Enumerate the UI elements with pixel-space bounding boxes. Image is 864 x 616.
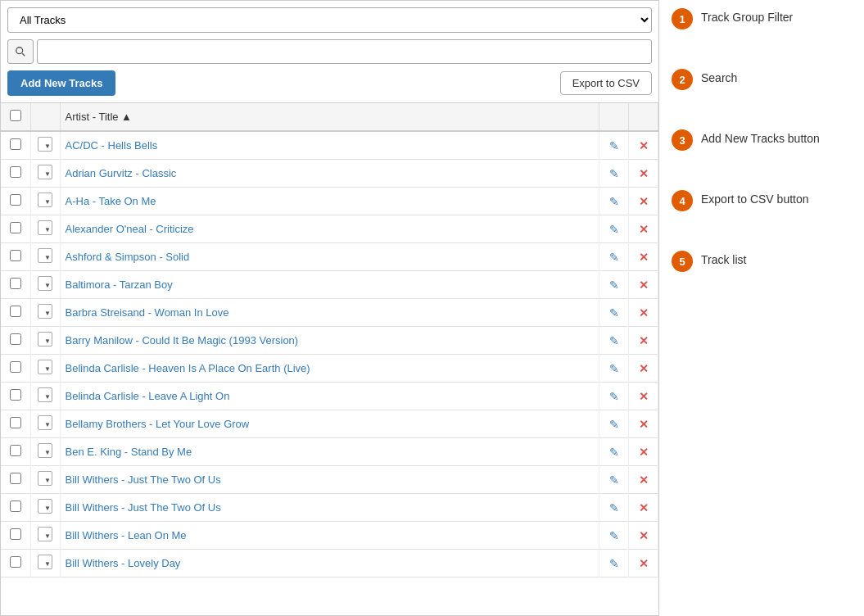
- row-checkbox[interactable]: [10, 500, 21, 512]
- edit-icon[interactable]: ✎: [609, 251, 619, 264]
- edit-icon[interactable]: ✎: [609, 418, 619, 431]
- edit-icon[interactable]: ✎: [609, 334, 619, 347]
- checkbox-dropdown[interactable]: [38, 192, 52, 207]
- row-edit-cell[interactable]: ✎: [599, 160, 629, 188]
- edit-icon[interactable]: ✎: [609, 529, 619, 542]
- delete-icon[interactable]: ✕: [639, 529, 649, 542]
- export-csv-button[interactable]: Export to CSV: [560, 71, 652, 95]
- edit-icon[interactable]: ✎: [609, 473, 619, 487]
- row-edit-cell[interactable]: ✎: [599, 215, 629, 243]
- delete-icon[interactable]: ✕: [639, 557, 649, 570]
- add-new-tracks-button[interactable]: Add New Tracks: [7, 70, 115, 96]
- row-edit-cell[interactable]: ✎: [599, 188, 629, 215]
- checkbox-dropdown[interactable]: [38, 276, 52, 291]
- edit-icon[interactable]: ✎: [609, 390, 619, 403]
- row-edit-cell[interactable]: ✎: [599, 494, 629, 522]
- row-checkbox[interactable]: [10, 250, 21, 261]
- delete-icon[interactable]: ✕: [639, 223, 649, 236]
- edit-icon[interactable]: ✎: [609, 557, 619, 570]
- row-checkbox[interactable]: [10, 194, 21, 206]
- row-select-dropdown[interactable]: [30, 271, 60, 299]
- delete-icon[interactable]: ✕: [639, 501, 649, 514]
- row-select-dropdown[interactable]: [30, 494, 60, 522]
- row-checkbox[interactable]: [10, 166, 21, 178]
- delete-icon[interactable]: ✕: [639, 362, 649, 375]
- edit-icon[interactable]: ✎: [609, 306, 619, 319]
- row-delete-cell[interactable]: ✕: [629, 410, 658, 438]
- row-select-dropdown[interactable]: [30, 215, 60, 243]
- edit-icon[interactable]: ✎: [609, 279, 619, 292]
- row-delete-cell[interactable]: ✕: [629, 355, 658, 383]
- checkbox-dropdown[interactable]: [38, 304, 52, 319]
- checkbox-dropdown[interactable]: [38, 137, 52, 152]
- row-edit-cell[interactable]: ✎: [599, 383, 629, 410]
- row-delete-cell[interactable]: ✕: [629, 160, 658, 188]
- row-checkbox-cell[interactable]: [1, 438, 30, 466]
- row-select-dropdown[interactable]: [30, 383, 60, 410]
- row-delete-cell[interactable]: ✕: [629, 243, 658, 271]
- checkbox-dropdown[interactable]: [38, 443, 52, 458]
- row-checkbox-cell[interactable]: [1, 410, 30, 438]
- checkbox-dropdown[interactable]: [38, 165, 52, 179]
- checkbox-dropdown[interactable]: [38, 471, 52, 486]
- row-edit-cell[interactable]: ✎: [599, 299, 629, 327]
- checkbox-dropdown[interactable]: [38, 248, 52, 263]
- edit-icon[interactable]: ✎: [609, 501, 619, 514]
- row-delete-cell[interactable]: ✕: [629, 466, 658, 494]
- checkbox-dropdown[interactable]: [38, 332, 52, 346]
- delete-icon[interactable]: ✕: [639, 251, 649, 264]
- search-button[interactable]: [7, 39, 34, 64]
- row-delete-cell[interactable]: ✕: [629, 383, 658, 410]
- track-group-filter[interactable]: All TracksGroup 1Group 2Group 3: [7, 7, 652, 33]
- row-select-dropdown[interactable]: [30, 438, 60, 466]
- row-checkbox-cell[interactable]: [1, 299, 30, 327]
- checkbox-dropdown[interactable]: [38, 220, 52, 235]
- delete-icon[interactable]: ✕: [639, 306, 649, 319]
- delete-icon[interactable]: ✕: [639, 446, 649, 459]
- row-checkbox[interactable]: [10, 389, 21, 401]
- row-checkbox-cell[interactable]: [1, 383, 30, 410]
- row-delete-cell[interactable]: ✕: [629, 271, 658, 299]
- row-select-dropdown[interactable]: [30, 522, 60, 550]
- row-checkbox-cell[interactable]: [1, 494, 30, 522]
- row-edit-cell[interactable]: ✎: [599, 410, 629, 438]
- row-delete-cell[interactable]: ✕: [629, 438, 658, 466]
- delete-icon[interactable]: ✕: [639, 390, 649, 403]
- row-checkbox-cell[interactable]: [1, 188, 30, 215]
- row-edit-cell[interactable]: ✎: [599, 550, 629, 578]
- row-checkbox-cell[interactable]: [1, 327, 30, 355]
- row-delete-cell[interactable]: ✕: [629, 522, 658, 550]
- delete-icon[interactable]: ✕: [639, 334, 649, 347]
- delete-icon[interactable]: ✕: [639, 195, 649, 208]
- row-checkbox[interactable]: [10, 556, 21, 568]
- edit-icon[interactable]: ✎: [609, 223, 619, 236]
- delete-icon[interactable]: ✕: [639, 139, 649, 152]
- search-input[interactable]: [37, 39, 652, 64]
- row-checkbox-cell[interactable]: [1, 550, 30, 578]
- row-checkbox[interactable]: [10, 138, 21, 150]
- row-select-dropdown[interactable]: [30, 410, 60, 438]
- row-checkbox[interactable]: [10, 222, 21, 233]
- row-edit-cell[interactable]: ✎: [599, 243, 629, 271]
- row-select-dropdown[interactable]: [30, 131, 60, 160]
- select-all-header[interactable]: [1, 103, 30, 131]
- row-edit-cell[interactable]: ✎: [599, 466, 629, 494]
- edit-icon[interactable]: ✎: [609, 139, 619, 152]
- row-checkbox[interactable]: [10, 361, 21, 373]
- row-checkbox[interactable]: [10, 333, 21, 345]
- row-checkbox-cell[interactable]: [1, 355, 30, 383]
- select-all-checkbox[interactable]: [10, 110, 21, 121]
- col-header-title[interactable]: Artist - Title ▲: [60, 103, 599, 131]
- row-edit-cell[interactable]: ✎: [599, 522, 629, 550]
- row-edit-cell[interactable]: ✎: [599, 131, 629, 160]
- row-select-dropdown[interactable]: [30, 466, 60, 494]
- row-checkbox-cell[interactable]: [1, 522, 30, 550]
- delete-icon[interactable]: ✕: [639, 167, 649, 180]
- row-select-dropdown[interactable]: [30, 188, 60, 215]
- edit-icon[interactable]: ✎: [609, 446, 619, 459]
- row-delete-cell[interactable]: ✕: [629, 188, 658, 215]
- row-edit-cell[interactable]: ✎: [599, 271, 629, 299]
- checkbox-dropdown[interactable]: [38, 360, 52, 374]
- delete-icon[interactable]: ✕: [639, 473, 649, 487]
- row-edit-cell[interactable]: ✎: [599, 438, 629, 466]
